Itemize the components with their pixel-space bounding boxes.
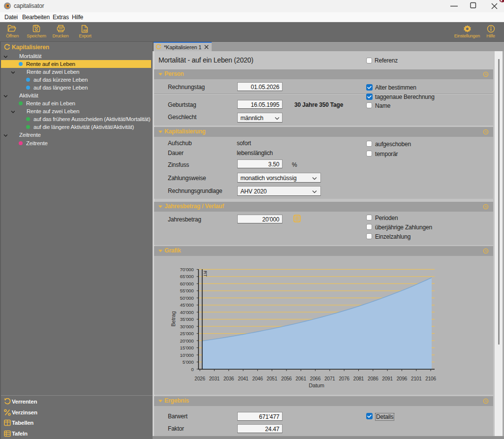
svg-text:50’000: 50’000 (180, 295, 194, 301)
svg-text:Betrag: Betrag (170, 311, 176, 326)
svg-text:25’000: 25’000 (180, 331, 194, 336)
svg-text:20’000: 20’000 (180, 338, 194, 344)
svg-text:2051: 2051 (267, 376, 278, 381)
svg-text:PDF: PDF (83, 30, 88, 32)
svg-text:45’000: 45’000 (180, 302, 194, 308)
svg-text:2096: 2096 (397, 376, 408, 381)
svg-text:RT: RT (203, 271, 208, 277)
svg-text:2041: 2041 (238, 376, 249, 381)
svg-text:60’000: 60’000 (180, 281, 194, 286)
svg-text:10’000: 10’000 (180, 352, 194, 358)
svg-text:70’000: 70’000 (180, 267, 194, 272)
svg-text:65’000: 65’000 (180, 274, 194, 279)
svg-text:2036: 2036 (223, 376, 234, 381)
svg-text:2091: 2091 (382, 376, 393, 381)
svg-text:2056: 2056 (281, 376, 292, 381)
svg-text:2061: 2061 (296, 376, 307, 381)
svg-text:15’000: 15’000 (180, 345, 194, 350)
svg-text:Datum: Datum (309, 382, 324, 388)
svg-text:55’000: 55’000 (180, 288, 194, 293)
svg-text:35’000: 35’000 (180, 316, 194, 322)
svg-text:2101: 2101 (411, 376, 422, 381)
svg-text:40’000: 40’000 (180, 310, 194, 315)
svg-text:2081: 2081 (353, 376, 364, 381)
svg-text:0: 0 (191, 367, 194, 372)
svg-text:2086: 2086 (368, 376, 378, 381)
svg-text:2066: 2066 (310, 376, 321, 381)
svg-text:2106: 2106 (425, 376, 436, 381)
svg-text:2046: 2046 (252, 376, 263, 381)
svg-text:2076: 2076 (339, 376, 349, 381)
svg-text:2031: 2031 (209, 376, 220, 381)
svg-text:2026: 2026 (194, 376, 205, 381)
svg-text:5’000: 5’000 (183, 359, 194, 365)
svg-text:2071: 2071 (324, 376, 335, 381)
svg-text:30’000: 30’000 (180, 324, 194, 329)
